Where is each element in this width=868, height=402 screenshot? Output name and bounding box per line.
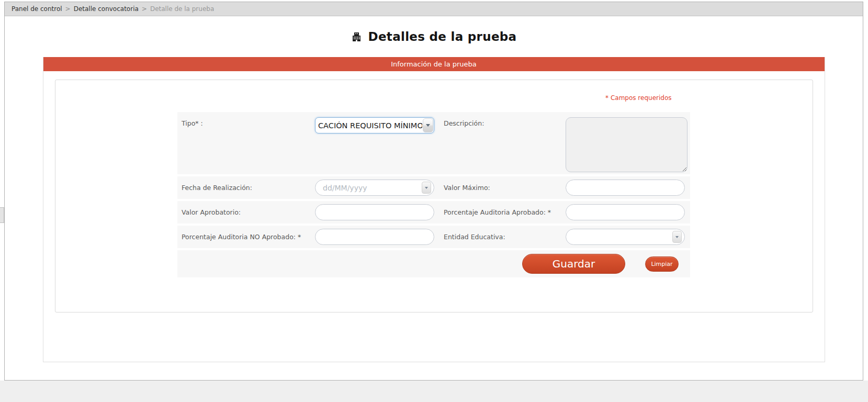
entidad-educativa-label: Entidad Educativa: xyxy=(439,226,566,248)
breadcrumb-detalle-de-la-prueba: Detalle de la prueba xyxy=(150,5,214,13)
clear-button[interactable]: Limpiar xyxy=(645,256,679,272)
page-container: Panel de control > Detalle convocatoria … xyxy=(4,2,863,381)
tipo-select[interactable]: CACIÓN REQUISITO MÍNIMOS xyxy=(315,117,434,133)
fecha-realizacion-input[interactable] xyxy=(315,180,422,195)
chevron-down-icon[interactable] xyxy=(423,118,433,132)
required-fields-note: * Campos requeridos xyxy=(605,94,671,102)
breadcrumb-panel-de-control[interactable]: Panel de control xyxy=(12,5,62,13)
calendar-dropdown-icon[interactable] xyxy=(422,182,431,194)
panel-body: * Campos requeridos Tipo* : CACIÓN REQUI… xyxy=(43,71,825,312)
porcentaje-auditoria-no-aprobado-input[interactable] xyxy=(315,229,434,245)
valor-aprobatorio-input[interactable] xyxy=(315,204,434,220)
valor-maximo-input[interactable] xyxy=(566,180,685,196)
descripcion-label: Descripción: xyxy=(439,112,566,174)
valor-aprobatorio-label: Valor Aprobatorio: xyxy=(177,201,315,224)
panel-header-title: Información de la prueba xyxy=(391,60,477,68)
valor-maximo-label: Valor Máximo: xyxy=(439,176,566,199)
building-icon xyxy=(351,31,362,42)
porcentaje-auditoria-no-aprobado-label: Porcentaje Auditoria NO Aprobado: * xyxy=(177,226,315,248)
porcentaje-auditoria-aprobado-input[interactable] xyxy=(566,204,685,220)
left-panel-toggle[interactable] xyxy=(0,207,4,223)
form-row-aprobatorio-porcentaje: Valor Aprobatorio: Porcentaje Auditoria … xyxy=(177,201,690,224)
entidad-educativa-select[interactable] xyxy=(566,229,685,245)
fecha-realizacion-datepicker[interactable] xyxy=(315,180,434,196)
page-title: Detalles de la prueba xyxy=(368,30,517,43)
tipo-selected-value: CACIÓN REQUISITO MÍNIMOS xyxy=(315,121,422,130)
form-actions-row: Guardar Limpiar xyxy=(177,250,690,277)
form-fieldset: * Campos requeridos Tipo* : CACIÓN REQUI… xyxy=(55,80,813,312)
tipo-label: Tipo* : xyxy=(177,112,315,174)
breadcrumb: Panel de control > Detalle convocatoria … xyxy=(5,2,863,16)
chevron-down-icon[interactable] xyxy=(672,231,682,243)
descripcion-textarea[interactable] xyxy=(566,117,687,172)
porcentaje-auditoria-aprobado-label: Porcentaje Auditoria Aprobado: * xyxy=(439,201,566,224)
save-button[interactable]: Guardar xyxy=(522,254,625,274)
page-bottom-area xyxy=(0,381,868,402)
breadcrumb-detalle-convocatoria[interactable]: Detalle convocatoria xyxy=(74,5,139,13)
info-panel: Información de la prueba * Campos requer… xyxy=(43,57,825,362)
page-title-row: Detalles de la prueba xyxy=(5,16,863,57)
breadcrumb-separator: > xyxy=(65,5,71,13)
form-row-fecha-valormaximo: Fecha de Realización: Valor Máximo: xyxy=(177,176,690,199)
fecha-realizacion-label: Fecha de Realización: xyxy=(177,176,315,199)
breadcrumb-separator: > xyxy=(142,5,147,13)
form-row-noaprobado-entidad: Porcentaje Auditoria NO Aprobado: * Enti… xyxy=(177,226,690,248)
panel-header: Información de la prueba xyxy=(43,57,825,71)
form-row-tipo-descripcion: Tipo* : CACIÓN REQUISITO MÍNIMOS Descrip… xyxy=(177,112,690,174)
form-table: Tipo* : CACIÓN REQUISITO MÍNIMOS Descrip… xyxy=(177,112,690,277)
entidad-educativa-value[interactable] xyxy=(566,229,672,244)
